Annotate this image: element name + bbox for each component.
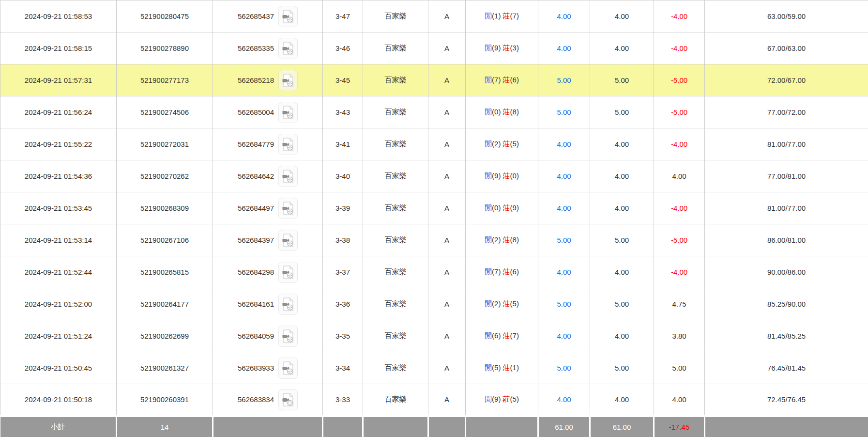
cell-win-loss: -5.00 (654, 224, 705, 256)
cell-valid-bet: 4.00 (590, 192, 654, 224)
cell-game-name: 百家樂 (363, 384, 428, 416)
table-row[interactable]: 2024-09-21 01:57:31 521900277173 5626852… (0, 64, 868, 96)
game-id-text: 562684779 (238, 140, 274, 148)
player-result-label: 閒 (485, 299, 492, 308)
cell-bet-id: 521900264177 (117, 288, 213, 320)
cell-valid-bet: 5.00 (590, 352, 654, 384)
player-points: (2) (492, 235, 501, 244)
player-points: (9) (492, 172, 501, 180)
video-replay-button[interactable] (278, 358, 298, 379)
player-result-label: 閒 (485, 203, 492, 212)
video-replay-button[interactable] (278, 134, 298, 155)
cell-balance: 81.00/77.00 (705, 192, 868, 224)
player-points: (5) (492, 363, 501, 372)
video-replay-icon (282, 73, 294, 88)
subtotal-empty-round (323, 416, 363, 437)
table-row[interactable]: 2024-09-21 01:52:44 521900265815 5626842… (0, 256, 868, 288)
cell-time: 2024-09-21 01:51:24 (0, 320, 117, 352)
table-row[interactable]: 2024-09-21 01:56:24 521900274506 5626850… (0, 96, 868, 128)
table-row[interactable]: 2024-09-21 01:53:45 521900268309 5626844… (0, 192, 868, 224)
video-replay-button[interactable] (278, 38, 298, 59)
video-replay-button[interactable] (278, 70, 298, 91)
cell-table-code: A (428, 160, 466, 192)
game-id-text: 562684497 (238, 204, 274, 212)
video-replay-button[interactable] (278, 326, 298, 347)
player-result-label: 閒 (485, 108, 492, 116)
cell-round: 3-45 (323, 64, 363, 96)
video-replay-icon (282, 361, 294, 375)
cell-round: 3-43 (323, 96, 363, 128)
cell-game-id: 562683933 (213, 352, 323, 384)
cell-game-name: 百家樂 (363, 96, 428, 128)
video-replay-button[interactable] (278, 230, 298, 251)
video-replay-icon (282, 329, 294, 343)
cell-time: 2024-09-21 01:50:18 (0, 384, 117, 416)
video-replay-button[interactable] (278, 262, 298, 283)
video-replay-button[interactable] (278, 6, 298, 27)
video-replay-icon (282, 265, 294, 280)
video-replay-button[interactable] (278, 294, 298, 315)
cell-balance: 86.00/81.00 (705, 224, 868, 256)
cell-result: 閒(6) 莊(7) (466, 320, 538, 352)
video-replay-icon (282, 392, 294, 407)
cell-round: 3-34 (323, 352, 363, 384)
table-row[interactable]: 2024-09-21 01:58:53 521900280475 5626854… (0, 0, 868, 32)
banker-points: (8) (510, 235, 519, 244)
bet-history-page: 2024-09-21 01:58:53 521900280475 5626854… (0, 0, 868, 437)
cell-round: 3-47 (323, 0, 363, 32)
player-result-label: 閒 (485, 363, 492, 372)
table-row[interactable]: 2024-09-21 01:50:18 521900260391 5626838… (0, 384, 868, 416)
subtotal-empty-result (466, 416, 538, 437)
cell-round: 3-36 (323, 288, 363, 320)
cell-bet-amount: 4.00 (538, 384, 590, 416)
cell-game-id: 562684497 (213, 192, 323, 224)
cell-win-loss: 4.00 (654, 384, 705, 416)
cell-game-name: 百家樂 (363, 32, 428, 64)
cell-valid-bet: 4.00 (590, 32, 654, 64)
table-row[interactable]: 2024-09-21 01:51:24 521900262699 5626840… (0, 320, 868, 352)
banker-result-label: 莊 (503, 267, 510, 276)
cell-result: 閒(0) 莊(8) (466, 96, 538, 128)
game-id-text: 562685004 (238, 108, 274, 116)
table-row[interactable]: 2024-09-21 01:52:00 521900264177 5626841… (0, 288, 868, 320)
player-points: (7) (492, 76, 501, 84)
game-id-text: 562685335 (238, 44, 274, 52)
cell-game-id: 562684397 (213, 224, 323, 256)
table-row[interactable]: 2024-09-21 01:55:22 521900272031 5626847… (0, 128, 868, 160)
table-row[interactable]: 2024-09-21 01:50:45 521900261327 5626839… (0, 352, 868, 384)
video-replay-button[interactable] (278, 389, 298, 410)
banker-result-label: 莊 (503, 331, 510, 340)
video-replay-button[interactable] (278, 102, 298, 123)
cell-win-loss: -4.00 (654, 128, 705, 160)
table-row[interactable]: 2024-09-21 01:53:14 521900267106 5626843… (0, 224, 868, 256)
table-row[interactable]: 2024-09-21 01:58:15 521900278890 5626853… (0, 32, 868, 64)
cell-game-id: 562684059 (213, 320, 323, 352)
video-replay-icon (282, 169, 294, 184)
cell-round: 3-38 (323, 224, 363, 256)
player-points: (0) (492, 108, 501, 116)
cell-bet-amount: 5.00 (538, 288, 590, 320)
cell-balance: 72.00/67.00 (705, 64, 868, 96)
video-replay-icon (282, 105, 294, 120)
cell-result: 閒(0) 莊(9) (466, 192, 538, 224)
cell-round: 3-40 (323, 160, 363, 192)
video-replay-button[interactable] (278, 198, 298, 219)
cell-win-loss: 4.75 (654, 288, 705, 320)
subtotal-win-loss-total: -17.45 (654, 416, 705, 437)
banker-result-label: 莊 (503, 44, 510, 52)
game-id-text: 562684642 (238, 172, 274, 180)
video-replay-button[interactable] (278, 166, 298, 187)
game-id-text: 562685218 (238, 76, 274, 84)
banker-points: (5) (510, 140, 519, 148)
table-row[interactable]: 2024-09-21 01:54:36 521900270262 5626846… (0, 160, 868, 192)
banker-result-label: 莊 (503, 235, 510, 244)
cell-time: 2024-09-21 01:55:22 (0, 128, 117, 160)
cell-bet-id: 521900270262 (117, 160, 213, 192)
cell-balance: 81.00/77.00 (705, 128, 868, 160)
player-points: (6) (492, 331, 501, 340)
cell-round: 3-35 (323, 320, 363, 352)
game-id-text: 562683933 (238, 364, 274, 372)
cell-valid-bet: 5.00 (590, 224, 654, 256)
subtotal-count: 14 (117, 416, 213, 437)
banker-result-label: 莊 (503, 363, 510, 372)
